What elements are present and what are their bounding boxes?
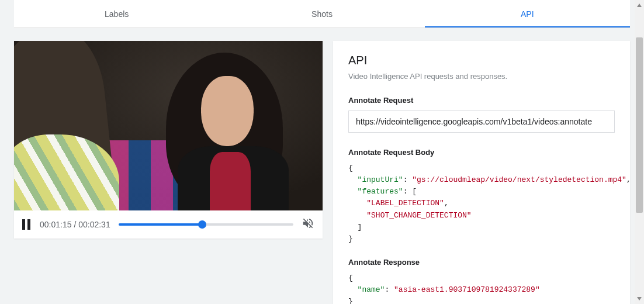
seek-slider[interactable] [119, 223, 293, 226]
tabbar: Labels Shots API [14, 0, 630, 28]
request-body-code: { "inputUri": "gs://cloudmleap/video/nex… [348, 163, 615, 245]
api-panel: API Video Intelligence API requests and … [333, 41, 630, 304]
seek-filled [119, 223, 203, 226]
tab-shots[interactable]: Shots [219, 0, 424, 27]
volume-muted-icon[interactable] [302, 217, 314, 232]
panel-heading: API [348, 54, 615, 67]
annotate-request-label: Annotate Request [348, 96, 615, 105]
response-name: asia-east1.9037109781924337289 [399, 285, 535, 294]
annotate-response-label: Annotate Response [348, 258, 615, 267]
request-input-uri: "gs://cloudmleap/video/next/styledetecti… [412, 175, 626, 184]
video-card: 00:01:15 / 00:02:31 [14, 41, 323, 239]
pause-icon[interactable] [22, 219, 32, 230]
total-duration: 00:02:31 [78, 220, 110, 229]
video-controls: 00:01:15 / 00:02:31 [14, 210, 323, 239]
video-frame[interactable] [14, 41, 323, 210]
annotate-request-url[interactable]: https://videointelligence.googleapis.com… [348, 110, 615, 133]
tab-labels[interactable]: Labels [14, 0, 219, 27]
panel-subtitle: Video Intelligence API requests and resp… [348, 72, 615, 81]
response-code: { "name": "asia-east1.903710978192433728… [348, 272, 615, 304]
tab-api[interactable]: API [425, 0, 630, 27]
request-feature-1: SHOT_CHANGE_DETECTION [371, 211, 467, 220]
video-time: 00:01:15 / 00:02:31 [40, 220, 110, 229]
page-scrollbar[interactable] [635, 0, 644, 304]
current-time: 00:01:15 [40, 220, 72, 229]
scroll-down-arrow-icon[interactable] [637, 297, 642, 302]
seek-thumb[interactable] [198, 220, 206, 229]
annotate-request-body-label: Annotate Request Body [348, 148, 615, 157]
scroll-up-arrow-icon[interactable] [637, 2, 642, 7]
request-feature-0: LABEL_DETECTION [371, 199, 439, 208]
scroll-thumb[interactable] [636, 37, 643, 213]
